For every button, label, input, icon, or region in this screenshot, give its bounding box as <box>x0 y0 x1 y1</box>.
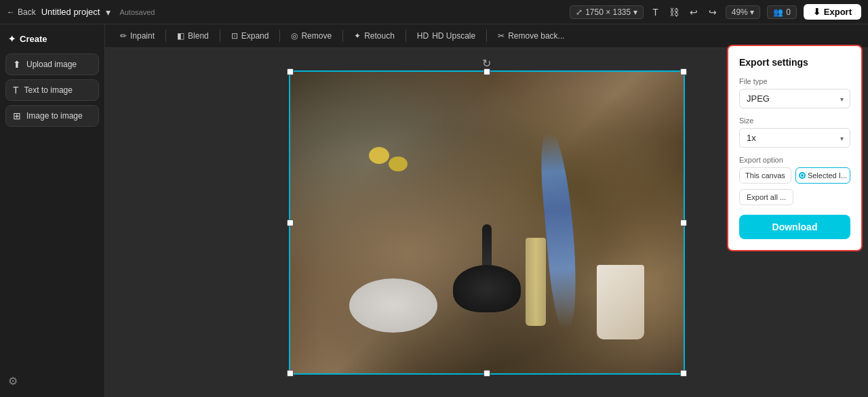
blend-button[interactable]: ◧ Blend <box>170 28 216 43</box>
toolbar-divider-5 <box>406 30 406 42</box>
toolbar-divider-6 <box>486 30 487 42</box>
inpaint-button[interactable]: ✏ Inpaint <box>113 28 161 43</box>
create-header: ✦ Create <box>5 31 99 49</box>
topbar-tool-icons: T ⛓ ↩ ↪ <box>649 5 720 20</box>
expand-button[interactable]: ⊡ Expand <box>224 28 276 43</box>
inpaint-label: Inpaint <box>130 31 155 41</box>
selected-layer-button[interactable]: Selected I... <box>795 167 850 184</box>
back-button[interactable]: ← Back <box>7 7 36 17</box>
toolbar-divider-1 <box>165 30 166 42</box>
remove-label: Remove <box>301 31 332 41</box>
project-title: Untitled project <box>41 7 100 17</box>
cup-shape <box>597 265 644 339</box>
export-panel-title: Export settings <box>739 57 850 68</box>
retouch-button[interactable]: ✦ Retouch <box>347 28 401 43</box>
export-panel: Export settings File type JPEG PNG WEBP … <box>727 45 863 251</box>
canvas-area: ✏ Inpaint ◧ Blend ⊡ Expand ◎ Remove ✦ Re… <box>105 24 868 397</box>
redo-button[interactable]: ↪ <box>705 5 720 20</box>
resize-icon: ⤢ <box>576 7 583 17</box>
text-tool-button[interactable]: T <box>649 5 662 20</box>
export-all-row: Export all ... <box>739 189 850 215</box>
remove-back-button[interactable]: ✂ Remove back... <box>491 28 571 43</box>
upscale-button[interactable]: HD HD Upscale <box>410 28 482 43</box>
upload-label: Upload image <box>26 60 77 69</box>
settings-button[interactable]: ⚙ <box>5 372 20 390</box>
dropdown-icon: ▾ <box>106 7 111 18</box>
retouch-icon: ✦ <box>354 31 361 41</box>
export-all-button[interactable]: Export all ... <box>739 189 793 205</box>
upscale-label: HD Upscale <box>432 31 475 41</box>
collab-count: 0 <box>786 7 791 17</box>
create-icon: ✦ <box>8 34 16 44</box>
handle-middle-left[interactable] <box>287 220 294 226</box>
size-wrapper: 1x 2x 3x ▾ <box>739 128 850 148</box>
create-label: Create <box>20 34 47 44</box>
image-to-image-label: Image to image <box>26 111 83 121</box>
download-button[interactable]: Download <box>739 215 850 239</box>
collab-button[interactable]: 👥 0 <box>767 5 797 19</box>
export-label: Export <box>824 7 852 17</box>
main-area: ✦ Create ⬆ Upload image T Text to image … <box>0 24 868 397</box>
handle-bottom-center[interactable] <box>484 370 490 377</box>
plate-shape <box>349 278 437 333</box>
export-icon: ⬇ <box>813 7 821 17</box>
inpaint-icon: ✏ <box>120 31 127 41</box>
link-tool-button[interactable]: ⛓ <box>666 5 682 20</box>
canvas-image <box>290 72 684 373</box>
upscale-icon: HD <box>417 31 429 41</box>
link-icon: ⛓ <box>669 7 679 18</box>
dimensions-dropdown-icon: ▾ <box>633 7 637 17</box>
size-label: Size <box>739 117 850 125</box>
mortar-shape <box>453 265 521 312</box>
remove-button[interactable]: ◎ Remove <box>284 28 338 43</box>
image-frame[interactable]: ↻ <box>289 70 685 375</box>
text-to-image-button[interactable]: T Text to image <box>5 79 99 101</box>
zoom-dropdown-icon: ▾ <box>750 7 754 17</box>
this-canvas-button[interactable]: This canvas <box>739 167 791 184</box>
download-label: Download <box>772 222 818 232</box>
handle-bottom-right[interactable] <box>680 370 687 377</box>
topbar: ← Back Untitled project ▾ Autosaved ⤢ 17… <box>0 0 868 24</box>
selected-label: Selected I... <box>808 171 847 180</box>
topbar-right: 49% ▾ 👥 0 ⬇ Export <box>726 4 861 20</box>
export-option-row: This canvas Selected I... <box>739 167 850 184</box>
sidebar: ✦ Create ⬆ Upload image T Text to image … <box>0 24 105 397</box>
redo-icon: ↪ <box>709 7 717 18</box>
file-type-select[interactable]: JPEG PNG WEBP SVG <box>739 89 850 108</box>
export-button[interactable]: ⬇ Export <box>804 4 861 20</box>
image-to-image-icon: ⊞ <box>13 110 21 121</box>
undo-button[interactable]: ↩ <box>686 5 701 20</box>
export-all-label: Export all ... <box>747 193 786 201</box>
upload-image-button[interactable]: ⬆ Upload image <box>5 54 99 75</box>
toolbar-divider-2 <box>220 30 220 42</box>
radio-selected-icon <box>799 172 806 179</box>
refresh-handle[interactable]: ↻ <box>482 57 491 70</box>
retouch-label: Retouch <box>364 31 395 41</box>
remove-back-icon: ✂ <box>498 31 505 41</box>
handle-top-right[interactable] <box>680 68 687 75</box>
blend-icon: ◧ <box>177 31 184 41</box>
text-to-image-label: Text to image <box>24 85 73 95</box>
project-dropdown-button[interactable]: ▾ <box>102 5 114 20</box>
handle-top-left[interactable] <box>287 68 294 75</box>
remove-back-label: Remove back... <box>508 31 564 41</box>
back-label: Back <box>18 7 36 17</box>
toolbar-divider-3 <box>279 30 280 42</box>
image-to-image-button[interactable]: ⊞ Image to image <box>5 105 99 127</box>
remove-icon: ◎ <box>291 31 298 41</box>
bottle-shape <box>526 238 546 326</box>
this-canvas-label: This canvas <box>745 171 785 180</box>
autosaved-label: Autosaved <box>119 8 155 16</box>
sidebar-bottom: ⚙ <box>5 372 99 390</box>
lemon-1 <box>369 147 389 164</box>
upload-icon: ⬆ <box>13 59 21 70</box>
expand-icon: ⊡ <box>231 31 238 41</box>
expand-label: Expand <box>241 31 269 41</box>
handle-middle-right[interactable] <box>680 220 687 226</box>
lemon-2 <box>389 156 408 171</box>
zoom-button[interactable]: 49% ▾ <box>726 5 760 19</box>
export-option-label: Export option <box>739 156 850 164</box>
size-select[interactable]: 1x 2x 3x <box>739 128 850 148</box>
handle-bottom-left[interactable] <box>287 370 294 377</box>
zoom-value: 49% <box>732 7 748 17</box>
